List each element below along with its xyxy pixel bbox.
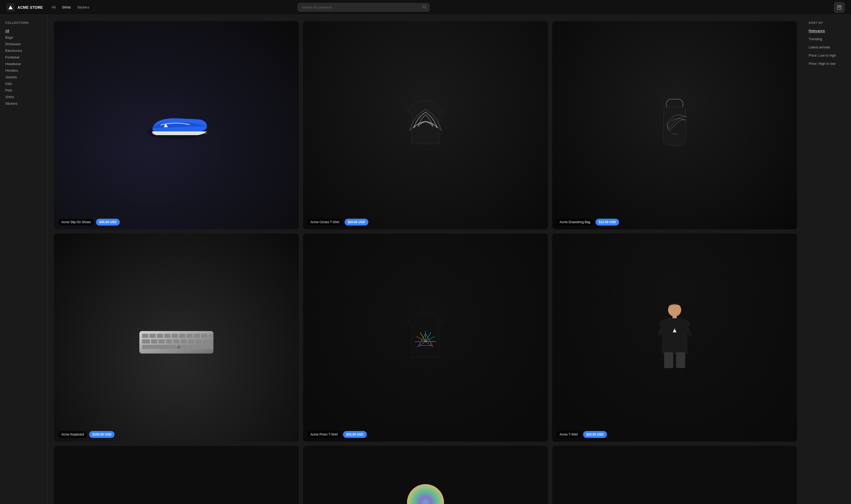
- svg-rect-22: [166, 339, 172, 343]
- sort-price-high[interactable]: Price: High to low: [809, 60, 846, 67]
- product-price-6: $20.00 USD: [583, 431, 606, 438]
- svg-rect-9: [142, 334, 148, 338]
- svg-rect-11: [157, 334, 163, 338]
- search-input[interactable]: [297, 3, 430, 12]
- header-nav: All Shirts Stickers: [49, 4, 92, 11]
- product-name-2: Acme Circles T-Shirt: [307, 219, 342, 226]
- nav-item-shirts[interactable]: Shirts: [59, 4, 73, 11]
- svg-rect-15: [186, 334, 193, 338]
- cart-button[interactable]: [834, 2, 845, 13]
- shirt4-illustration: [303, 446, 548, 504]
- product-card-3[interactable]: ACME Acme Drawstring Bag $12.00 USD: [552, 21, 797, 229]
- product-card-6[interactable]: Acme T-Shirt $20.00 USD: [552, 233, 797, 442]
- product-label-6: Acme T-Shirt $20.00 USD: [552, 427, 797, 442]
- svg-rect-14: [179, 334, 185, 338]
- header: ACME STORE All Shirts Stickers: [0, 0, 851, 15]
- sidebar: Collections All Bags Drinkware Electroni…: [0, 15, 48, 504]
- product-name-3: Acme Drawstring Bag: [556, 219, 594, 226]
- product-bg-9: [552, 446, 797, 504]
- search-icon: [422, 5, 427, 10]
- sidebar-item-bags[interactable]: Bags: [5, 34, 42, 41]
- shirt1-illustration: [303, 21, 548, 229]
- search-bar: [297, 3, 430, 12]
- svg-rect-30: [188, 345, 213, 349]
- product-name-4: Acme Keyboard: [58, 431, 87, 438]
- nav-item-stickers[interactable]: Stickers: [75, 4, 92, 11]
- sidebar-item-pets[interactable]: Pets: [5, 87, 42, 94]
- sort-panel: Sort by Relevance Trending Latest arriva…: [803, 15, 851, 504]
- shirt3-illustration: [552, 233, 797, 442]
- logo-text: ACME STORE: [17, 5, 43, 10]
- main-content: Acme Slip-On Shoes $45.00 USD: [48, 15, 803, 504]
- sidebar-item-shirts[interactable]: Shirts: [5, 94, 42, 100]
- svg-rect-21: [158, 339, 165, 343]
- sort-trending[interactable]: Trending: [809, 36, 846, 42]
- product-price-3: $12.00 USD: [596, 219, 619, 226]
- sidebar-item-hoodies[interactable]: Hoodies: [5, 67, 42, 74]
- keyboard-illustration: [54, 233, 299, 442]
- product-card-2[interactable]: Acme Circles T-Shirt $20.00 USD: [303, 21, 548, 229]
- cart-icon: [837, 5, 842, 10]
- svg-rect-17: [201, 334, 207, 338]
- sort-price-low[interactable]: Price: Low to high: [809, 52, 846, 59]
- page-layout: Collections All Bags Drinkware Electroni…: [0, 15, 851, 504]
- svg-rect-12: [164, 334, 170, 338]
- shoe-illustration: [54, 21, 299, 229]
- product-label-1: Acme Slip-On Shoes $45.00 USD: [54, 215, 299, 229]
- product-price-5: $25.00 USD: [343, 431, 366, 438]
- product-grid: Acme Slip-On Shoes $45.00 USD: [54, 21, 797, 504]
- product-label-3: Acme Drawstring Bag $12.00 USD: [552, 215, 797, 229]
- svg-rect-16: [194, 334, 200, 338]
- svg-text:ACME: ACME: [672, 133, 678, 135]
- product-card-4[interactable]: Acme Keyboard $150.00 USD: [54, 233, 299, 442]
- logo-icon: [6, 3, 15, 12]
- svg-rect-19: [142, 339, 150, 343]
- logo[interactable]: ACME STORE: [6, 3, 43, 12]
- product-label-4: Acme Keyboard $150.00 USD: [54, 427, 299, 442]
- sort-latest[interactable]: Latest arrivals: [809, 44, 846, 51]
- sort-relevance[interactable]: Relevance: [809, 28, 846, 34]
- product-card-5[interactable]: Acme Prism T-Shirt $25.00 USD: [303, 233, 548, 442]
- product-card-1[interactable]: Acme Slip-On Shoes $45.00 USD: [54, 21, 299, 229]
- product-card-7[interactable]: [54, 446, 299, 504]
- svg-marker-0: [8, 5, 13, 9]
- svg-rect-23: [173, 339, 180, 343]
- svg-rect-27: [203, 339, 213, 343]
- nav-item-all[interactable]: All: [49, 4, 58, 11]
- svg-rect-45: [664, 352, 673, 368]
- product-price-4: $150.00 USD: [89, 431, 114, 438]
- svg-rect-26: [195, 339, 202, 343]
- product-label-2: Acme Circles T-Shirt $20.00 USD: [303, 215, 548, 229]
- sidebar-item-jackets[interactable]: Jackets: [5, 74, 42, 80]
- product-name-1: Acme Slip-On Shoes: [58, 219, 94, 226]
- svg-rect-24: [181, 339, 187, 343]
- sidebar-title: Collections: [5, 21, 42, 24]
- svg-line-2: [425, 8, 426, 9]
- sidebar-item-headwear[interactable]: Headwear: [5, 60, 42, 67]
- product-card-8[interactable]: [303, 446, 548, 504]
- product-label-5: Acme Prism T-Shirt $25.00 USD: [303, 427, 548, 442]
- svg-rect-20: [151, 339, 157, 343]
- sidebar-item-all[interactable]: All: [5, 28, 42, 34]
- product-name-5: Acme Prism T-Shirt: [307, 431, 341, 438]
- svg-rect-46: [676, 352, 685, 368]
- product-bg-7: [54, 446, 299, 504]
- shirt2-illustration: [303, 233, 548, 442]
- sidebar-item-kids[interactable]: Kids: [5, 80, 42, 87]
- svg-point-1: [423, 5, 426, 8]
- product-price-2: $20.00 USD: [345, 219, 368, 226]
- svg-rect-13: [171, 334, 178, 338]
- sidebar-item-electronics[interactable]: Electronics: [5, 47, 42, 54]
- svg-point-47: [407, 484, 444, 504]
- svg-rect-25: [188, 339, 194, 343]
- product-price-1: $45.00 USD: [96, 219, 120, 226]
- sidebar-item-footwear[interactable]: Footwear: [5, 54, 42, 60]
- sidebar-item-drinkware[interactable]: Drinkware: [5, 41, 42, 47]
- svg-rect-10: [149, 334, 156, 338]
- svg-rect-18: [209, 334, 213, 338]
- svg-rect-28: [142, 345, 176, 349]
- sidebar-item-stickers[interactable]: Stickers: [5, 100, 42, 107]
- product-name-6: Acme T-Shirt: [556, 431, 581, 438]
- sort-title: Sort by: [809, 21, 846, 24]
- product-card-9[interactable]: [552, 446, 797, 504]
